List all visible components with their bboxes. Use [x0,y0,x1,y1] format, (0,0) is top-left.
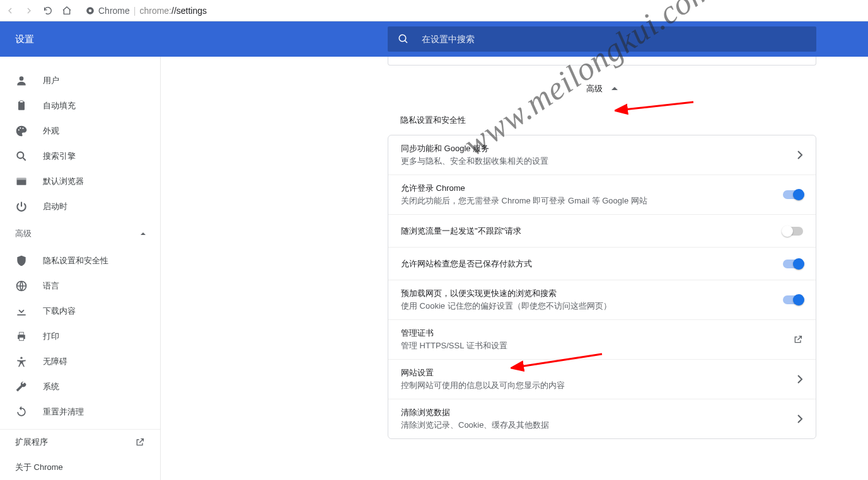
clipboard-icon [15,100,28,112]
settings-row[interactable]: 同步功能和 Google 服务更多与隐私、安全和数据收集相关的设置 [388,135,816,174]
sidebar-item-palette[interactable]: 外观 [0,118,160,144]
settings-row[interactable]: 清除浏览数据清除浏览记录、Cookie、缓存及其他数据 [388,399,816,438]
row-title: 随浏览流量一起发送"不跟踪"请求 [401,226,775,237]
svg-point-2 [399,35,406,42]
external-link-icon [793,334,803,345]
sidebar-advanced-header[interactable]: 高级 [0,219,160,248]
row-subtitle: 更多与隐私、安全和数据收集相关的设置 [401,156,789,167]
row-title: 管理证书 [401,328,785,339]
sidebar-item-label: 语言 [43,280,59,292]
sidebar-item-power[interactable]: 启动时 [0,194,160,219]
chevron-right-icon [797,414,803,423]
svg-point-3 [20,76,24,81]
main-content: 高级 隐私设置和安全性 同步功能和 Google 服务更多与隐私、安全和数据收集… [161,57,868,480]
advanced-section-toggle[interactable]: 高级 [388,71,816,107]
svg-rect-14 [20,332,24,334]
browser-toolbar: Chrome | chrome://settings [0,0,868,21]
row-subtitle: 清除浏览记录、Cookie、缓存及其他数据 [401,420,789,431]
person-icon [15,74,28,87]
sidebar-item-label: 重置并清理 [43,406,84,418]
sidebar-item-label: 默认浏览器 [43,176,84,187]
sidebar-item-label: 搜索引擎 [43,151,76,162]
section-heading: 隐私设置和安全性 [388,107,816,135]
globe-icon [15,280,28,292]
row-subtitle: 控制网站可使用的信息以及可向您显示的内容 [401,380,789,391]
sidebar-item-download[interactable]: 下载内容 [0,299,160,324]
power-icon [15,200,28,213]
toggle-switch[interactable] [783,295,803,304]
sidebar-item-globe[interactable]: 语言 [0,273,160,299]
sidebar-item-label: 系统 [43,381,59,392]
print-icon [15,330,28,343]
sidebar-item-browser[interactable]: 默认浏览器 [0,169,160,194]
sidebar-item-label: 关于 Chrome [15,462,63,473]
row-subtitle: 关闭此功能后，您无需登录 Chrome 即可登录 Gmail 等 Google … [401,195,775,207]
advanced-toggle-label: 高级 [586,83,603,94]
search-icon [398,33,409,45]
sidebar-item-clipboard[interactable]: 自动填充 [0,93,160,118]
toggle-switch[interactable] [783,227,803,236]
sidebar: 用户自动填充外观搜索引擎默认浏览器启动时 高级 隐私设置和安全性语言下载内容打印… [0,57,161,480]
sidebar-item-print[interactable]: 打印 [0,324,160,349]
svg-point-8 [22,128,23,129]
download-icon [15,305,28,317]
sidebar-item-label: 自动填充 [43,100,76,111]
sidebar-item-search[interactable]: 搜索引擎 [0,144,160,169]
sidebar-item-label: 外观 [43,125,59,137]
address-separator: | [134,6,136,16]
sidebar-item-reset[interactable]: 重置并清理 [0,399,160,425]
search-icon [15,150,28,163]
row-title: 预加载网页，以便实现更快速的浏览和搜索 [401,288,775,299]
external-link-icon [135,437,145,447]
svg-rect-5 [20,101,23,103]
row-title: 网站设置 [401,367,789,379]
svg-point-1 [89,9,92,12]
page-title: 设置 [0,33,388,45]
sidebar-item-about[interactable]: 关于 Chrome [0,455,160,480]
forward-button[interactable] [24,6,34,16]
settings-row[interactable]: 随浏览流量一起发送"不跟踪"请求 [388,214,816,247]
sidebar-item-shield[interactable]: 隐私设置和安全性 [0,248,160,273]
search-input[interactable] [422,34,806,44]
sidebar-item-label: 打印 [43,331,59,342]
reload-button[interactable] [43,6,53,16]
shield-icon [15,254,28,267]
svg-rect-11 [17,178,26,180]
sidebar-item-extensions[interactable]: 扩展程序 [0,430,160,455]
settings-header: 设置 [0,21,868,57]
address-bar[interactable]: Chrome | chrome://settings [81,3,863,18]
toggle-switch[interactable] [783,190,803,199]
back-button[interactable] [5,6,15,16]
address-url: chrome://settings [139,6,207,16]
settings-row[interactable]: 管理证书管理 HTTPS/SSL 证书和设置 [388,319,816,359]
settings-row[interactable]: 预加载网页，以便实现更快速的浏览和搜索使用 Cookie 记住您的偏好设置（即使… [388,280,816,319]
browser-icon [15,175,28,188]
chevron-up-icon [611,86,618,92]
search-box[interactable] [388,26,816,52]
sidebar-item-person[interactable]: 用户 [0,68,160,93]
toggle-switch[interactable] [783,260,803,268]
settings-row[interactable]: 网站设置控制网站可使用的信息以及可向您显示的内容 [388,359,816,399]
svg-point-6 [18,129,20,130]
settings-row[interactable]: 允许登录 Chrome关闭此功能后，您无需登录 Chrome 即可登录 Gmai… [388,174,816,214]
sidebar-item-label: 隐私设置和安全性 [43,255,108,266]
accessibility-icon [15,355,28,368]
card-stub [388,57,816,66]
chrome-icon [86,6,95,15]
sidebar-item-accessibility[interactable]: 无障碍 [0,349,160,374]
chevron-right-icon [797,375,803,384]
row-title: 清除浏览数据 [401,407,789,418]
sidebar-item-label: 无障碍 [43,356,67,367]
sidebar-item-label: 启动时 [43,201,67,212]
settings-row[interactable]: 允许网站检查您是否已保存付款方式 [388,247,816,280]
row-title: 允许登录 Chrome [401,183,775,194]
sidebar-item-label: 用户 [43,75,59,86]
reset-icon [15,406,28,418]
home-button[interactable] [62,6,72,16]
row-subtitle: 使用 Cookie 记住您的偏好设置（即使您不访问这些网页） [401,300,775,312]
sidebar-item-wrench[interactable]: 系统 [0,374,160,399]
palette-icon [15,125,28,137]
sidebar-item-label: 下载内容 [43,306,76,317]
chevron-up-icon [140,231,146,237]
privacy-card: 同步功能和 Google 服务更多与隐私、安全和数据收集相关的设置允许登录 Ch… [388,135,816,439]
